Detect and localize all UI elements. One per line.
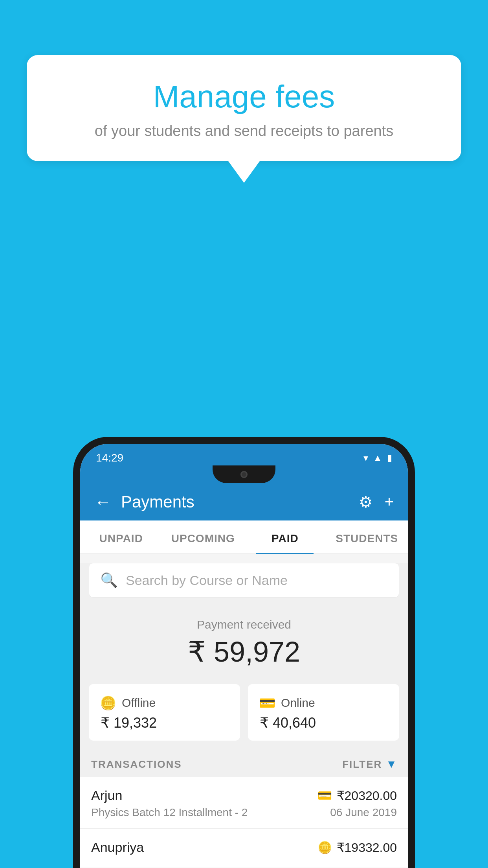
notch-area: [80, 465, 408, 483]
search-icon: 🔍: [100, 572, 118, 588]
transactions-header: TRANSACTIONS FILTER ▼: [80, 748, 408, 777]
back-button[interactable]: ←: [94, 492, 112, 512]
speech-bubble-container: Manage fees of your students and send re…: [27, 55, 461, 183]
offline-label: Offline: [122, 696, 156, 710]
content-area: 🔍 Search by Course or Name Payment recei…: [80, 563, 408, 868]
phone-inner: 14:29 ▾ ▲ ▮ ← Payments ⚙ +: [80, 444, 408, 868]
transaction-amount: ₹20320.00: [337, 788, 397, 803]
transaction-name: Anupriya: [91, 840, 144, 855]
battery-icon: ▮: [387, 452, 392, 463]
filter-area[interactable]: FILTER ▼: [342, 758, 397, 771]
phone-outer: 14:29 ▾ ▲ ▮ ← Payments ⚙ +: [73, 437, 415, 868]
header-icons: ⚙ +: [359, 493, 394, 511]
transaction-amount-area: 💳 ₹20320.00: [317, 788, 397, 803]
payment-cards-row: 🪙 Offline ₹ 19,332 💳 Online ₹ 40,640: [80, 676, 408, 748]
speech-bubble-subtitle: of your students and send receipts to pa…: [50, 123, 438, 140]
settings-icon[interactable]: ⚙: [359, 493, 373, 511]
table-row: Anupriya 🪙 ₹19332.00: [80, 829, 408, 868]
online-icon: 💳: [259, 695, 275, 711]
tab-upcoming[interactable]: UPCOMING: [162, 520, 244, 554]
offline-card: 🪙 Offline ₹ 19,332: [89, 684, 240, 741]
transactions-label: TRANSACTIONS: [91, 758, 182, 771]
transaction-row2: Physics Batch 12 Installment - 2 06 June…: [91, 806, 397, 819]
filter-icon: ▼: [386, 758, 397, 771]
notch: [213, 465, 275, 483]
online-amount: ₹ 40,640: [259, 715, 388, 731]
transaction-amount: ₹19332.00: [337, 840, 397, 855]
payment-received-section: Payment received ₹ 59,972: [80, 606, 408, 676]
table-row: Arjun 💳 ₹20320.00 Physics Batch 12 Insta…: [80, 777, 408, 829]
tab-paid[interactable]: PAID: [244, 520, 326, 554]
speech-bubble-arrow: [228, 161, 260, 183]
payment-received-label: Payment received: [88, 618, 400, 631]
payment-received-amount: ₹ 59,972: [88, 635, 400, 668]
speech-bubble-title: Manage fees: [50, 79, 438, 115]
notch-camera: [240, 471, 248, 478]
phone-wrapper: 14:29 ▾ ▲ ▮ ← Payments ⚙ +: [73, 437, 415, 868]
offline-payment-icon: 🪙: [317, 840, 332, 854]
offline-amount: ₹ 19,332: [100, 715, 229, 731]
transaction-course: Physics Batch 12 Installment - 2: [91, 806, 248, 819]
offline-icon: 🪙: [100, 695, 116, 711]
transaction-date: 06 June 2019: [330, 806, 397, 819]
transaction-amount-area: 🪙 ₹19332.00: [317, 840, 397, 855]
transaction-row1: Arjun 💳 ₹20320.00: [91, 788, 397, 803]
page-title: Payments: [121, 493, 359, 511]
tab-students[interactable]: STUDENTS: [326, 520, 408, 554]
search-bar[interactable]: 🔍 Search by Course or Name: [89, 563, 399, 598]
online-card-top: 💳 Online: [259, 695, 388, 711]
signal-icon: ▲: [373, 452, 382, 463]
speech-bubble: Manage fees of your students and send re…: [27, 55, 461, 161]
transaction-name: Arjun: [91, 788, 122, 803]
status-icons: ▾ ▲ ▮: [363, 452, 392, 463]
transaction-row1: Anupriya 🪙 ₹19332.00: [91, 840, 397, 855]
tab-unpaid[interactable]: UNPAID: [80, 520, 162, 554]
transaction-list: Arjun 💳 ₹20320.00 Physics Batch 12 Insta…: [80, 777, 408, 868]
tabs: UNPAID UPCOMING PAID STUDENTS: [80, 520, 408, 554]
online-payment-icon: 💳: [317, 789, 332, 802]
add-icon[interactable]: +: [385, 493, 394, 511]
online-card: 💳 Online ₹ 40,640: [248, 684, 399, 741]
status-time: 14:29: [96, 452, 123, 464]
offline-card-top: 🪙 Offline: [100, 695, 229, 711]
app-header: ← Payments ⚙ +: [80, 483, 408, 520]
online-label: Online: [281, 696, 315, 710]
search-placeholder: Search by Course or Name: [126, 573, 288, 588]
wifi-icon: ▾: [363, 452, 368, 463]
filter-label: FILTER: [342, 758, 382, 771]
